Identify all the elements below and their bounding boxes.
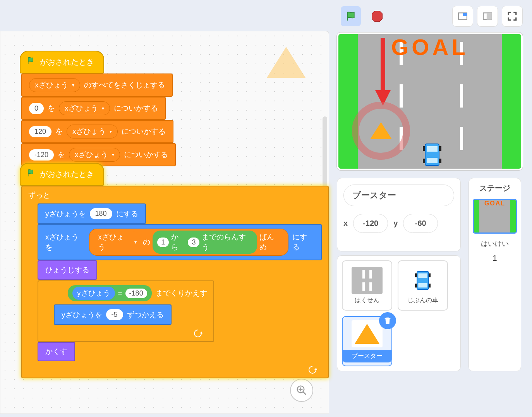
block-text: までのらんすう [202,232,252,252]
watermark-sprite-icon [267,47,305,78]
value-input[interactable]: -5 [106,309,123,320]
svg-rect-8 [487,13,492,19]
item-of-list-reporter[interactable]: xざひょう の 1 から 3 までのらんすう ばんめ [89,229,288,256]
block-text: を [48,103,55,113]
svg-rect-17 [439,159,441,163]
list-dropdown[interactable]: xざひょう [67,125,118,138]
stage-canvas[interactable]: GOAL [337,32,523,170]
sprite-item-hakusen[interactable]: はくせん [342,260,392,311]
equals-operator[interactable]: yざひょう = -180 [68,285,152,301]
svg-line-1 [303,392,306,395]
car-icon [415,270,431,291]
repeat-until-block[interactable]: yざひょう = -180 までくりかえす yざひょうを -5 ずつかえる [38,280,214,342]
list-dropdown[interactable]: xざひょう [69,148,120,162]
red-arrow-icon [373,38,393,108]
svg-rect-21 [415,273,417,277]
value-input[interactable]: -180 [125,289,147,298]
stage-selector-panel: ステージ GOAL はいけい 1 [469,178,521,371]
block-text: にする [116,209,138,219]
green-flag-icon [27,56,36,65]
list-dropdown[interactable]: xざひょう [94,231,141,253]
list-dropdown[interactable]: xざひょう [29,78,80,92]
x-label: x [343,219,348,228]
forever-label: ずっと [28,190,322,200]
delete-all-of-list-block[interactable]: xざひょう のすべてをさくじょする [21,73,173,97]
booster-sprite[interactable] [352,102,410,160]
add-to-list-block[interactable]: 120 を xざひょう についかする [21,120,173,143]
delete-sprite-button[interactable] [379,312,396,329]
pick-random-reporter[interactable]: 1 から 3 までのらんすう [153,231,257,254]
forever-block[interactable]: ずっと yざひょうを 180 にする xざひょうを xざひょう の 1 から [21,186,329,378]
x-value-input[interactable]: -120 [353,214,388,233]
sprite-thumb [352,267,383,294]
goal-text: GOAL [338,34,521,60]
stop-button[interactable] [367,6,387,26]
svg-rect-12 [427,146,438,152]
small-stage-icon [458,11,468,21]
svg-marker-4 [372,11,383,22]
add-to-list-block[interactable]: 0 を xざひょう についかする [21,97,166,120]
when-flag-clicked-block[interactable]: がおされたとき [20,51,104,73]
svg-rect-14 [423,146,425,151]
value-input[interactable]: 120 [29,126,51,137]
block-text: についかする [124,150,168,160]
script-stack-1[interactable]: がおされたとき xざひょう のすべてをさくじょする 0 を xざひょう についか… [16,51,176,166]
block-text: yざひょうを [62,310,102,320]
value-input[interactable]: 0 [29,103,44,114]
svg-rect-15 [439,146,441,151]
fullscreen-button[interactable] [502,6,523,27]
zoom-in-button[interactable] [290,379,313,402]
hide-block[interactable]: かくす [38,342,75,361]
block-text: yざひょうを [45,209,86,219]
block-text: についかする [114,103,158,113]
when-flag-clicked-block[interactable]: がおされたとき [20,163,104,186]
svg-rect-23 [415,284,417,287]
list-dropdown[interactable]: xざひょう [59,101,110,115]
value-input[interactable]: 3 [188,238,199,247]
block-text: の [143,237,150,247]
large-stage-icon [482,11,493,21]
y-value-input[interactable]: -60 [403,214,438,233]
stop-icon [371,10,383,22]
y-position-reporter[interactable]: yざひょう [72,287,115,300]
stage-panel-title: ステージ [479,183,510,193]
set-x-block[interactable]: xざひょうを xざひょう の 1 から 3 までのらんすう ばんめ にする [38,224,322,260]
green-flag-button[interactable] [341,6,361,26]
svg-rect-6 [463,13,467,16]
triangle-icon [370,122,392,139]
backdrop-count: 1 [493,254,497,263]
block-text: から [171,232,185,252]
lane-marking [400,84,403,108]
car-sprite[interactable] [423,142,441,167]
trash-icon [383,316,392,325]
change-y-block[interactable]: yざひょうを -5 ずつかえる [54,304,172,325]
block-text: ずつかえる [127,310,164,320]
sprite-item-car[interactable]: じぶんの車 [398,260,448,311]
sprite-label: はくせん [355,296,379,304]
sprite-name-input[interactable]: ブースター [343,185,454,206]
set-y-block[interactable]: yざひょうを 180 にする [38,203,146,224]
large-stage-button[interactable] [477,6,498,27]
script-stack-2[interactable]: がおされたとき ずっと yざひょうを 180 にする xざひょうを xざひょう … [16,163,329,378]
stage-thumbnail[interactable]: GOAL [473,199,517,234]
value-input[interactable]: -120 [29,149,54,161]
hat-label: がおされたとき [40,58,94,66]
show-block[interactable]: ひょうじする [38,260,97,280]
sprite-item-booster[interactable]: ブースター [342,316,392,366]
lane-marking [460,84,463,108]
scripts-workspace[interactable]: がおされたとき xざひょう のすべてをさくじょする 0 を xざひょう についか… [0,31,329,414]
svg-rect-13 [427,158,438,163]
sprite-thumb [352,320,383,347]
sprite-list-panel: はくせん じぶんの車 ブースター [337,255,461,371]
y-label: y [393,219,398,228]
stage-header [337,5,523,27]
block-text: にする [292,232,314,252]
loop-arrow-icon [45,328,207,339]
value-input[interactable]: 1 [157,238,169,247]
equals-label: = [118,289,122,297]
small-stage-button[interactable] [452,6,473,27]
block-text: xざひょうを [45,232,85,252]
value-input[interactable]: 180 [90,208,112,219]
block-text: についかする [122,126,166,137]
green-flag-icon [27,168,36,178]
